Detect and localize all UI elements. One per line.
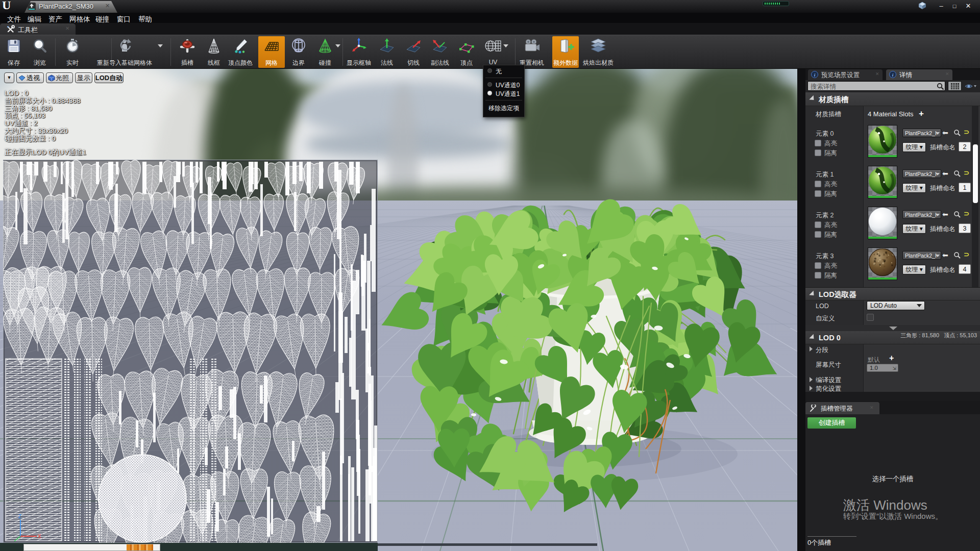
svg-text:X: X xyxy=(38,534,41,539)
svg-text:Z: Z xyxy=(18,514,21,519)
